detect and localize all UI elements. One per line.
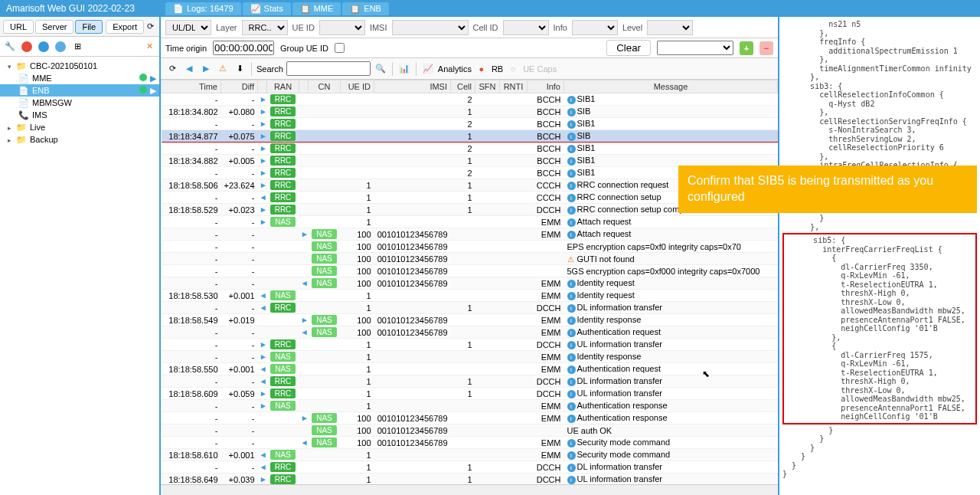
log-row[interactable]: 18:18:58.550+0.001◂NAS1EMMiAuthenticatio… xyxy=(162,363,778,375)
column-header[interactable]: CN xyxy=(309,80,341,93)
log-row[interactable]: --◂RRC11DCCHiDL information transfer xyxy=(162,302,778,314)
column-header[interactable]: Info xyxy=(528,80,564,93)
column-header[interactable] xyxy=(299,80,309,93)
column-header[interactable]: IMSI xyxy=(374,80,451,93)
play-icon[interactable]: ▶ xyxy=(150,74,156,84)
column-header[interactable]: Cell xyxy=(451,80,475,93)
log-row[interactable]: --NAS100001010123456789UE auth OK xyxy=(162,425,778,437)
export-button[interactable]: Export xyxy=(106,20,144,34)
check-icon xyxy=(139,74,147,83)
tool-icon[interactable]: 🔧 xyxy=(3,40,17,54)
log-row[interactable]: --◂NAS100001010123456789EMMiSecurity mod… xyxy=(162,437,778,449)
log-row[interactable]: --NAS100001010123456789EPS encryption ca… xyxy=(162,241,778,253)
expand-icon[interactable]: ▸ xyxy=(6,124,13,131)
log-row[interactable]: --◂NAS100001010123456789EMMiIdentity req… xyxy=(162,277,778,290)
back-icon[interactable]: ◀ xyxy=(182,62,196,76)
forward-icon[interactable]: ▶ xyxy=(199,62,213,76)
analytics-label[interactable]: Analytics xyxy=(438,64,472,74)
log-row[interactable]: 18:18:58.610+0.001◂NAS1EMMiSecurity mode… xyxy=(162,449,778,461)
log-row[interactable]: --▸RRC2BCCHiSIB1 xyxy=(162,93,778,106)
tree-root[interactable]: ▾ 📁 CBC-2021050101 xyxy=(0,60,159,72)
tab-enb[interactable]: 📋ENB xyxy=(342,2,389,15)
log-row[interactable]: --▸NAS100001010123456789EMMiAuthenticati… xyxy=(162,412,778,425)
pause-icon[interactable] xyxy=(37,40,51,54)
rb-label[interactable]: RB xyxy=(492,64,503,74)
time-origin-input[interactable] xyxy=(213,41,274,55)
refresh-icon[interactable]: ⟳ xyxy=(145,20,156,34)
tab-stats[interactable]: 📈Stats xyxy=(243,2,291,15)
play-icon[interactable]: ▶ xyxy=(150,86,156,96)
column-header[interactable] xyxy=(258,80,267,93)
log-row[interactable]: --▸RRC2BCCHiSIB1 xyxy=(162,143,778,155)
imsi-select[interactable] xyxy=(392,20,469,35)
collapse-icon[interactable]: ▾ xyxy=(6,63,13,70)
layer-select[interactable]: RRC.. xyxy=(242,20,288,35)
refresh-icon[interactable]: ⟳ xyxy=(165,62,179,76)
analytics-icon[interactable]: 📈 xyxy=(421,62,435,76)
info-label: Info xyxy=(554,23,567,32)
log-row[interactable]: 18:18:34.877+0.075▸RRC1BCCHiSIB xyxy=(162,130,778,143)
log-row[interactable]: --◂RRC11DCCHiDL information transfer xyxy=(162,461,778,474)
log-row[interactable]: --▸NAS1EMMiAttach request xyxy=(162,216,778,228)
doc-icon: 📄 xyxy=(18,97,29,108)
log-row[interactable]: 18:18:58.609+0.059▸RRC11DCCHiUL informat… xyxy=(162,388,778,400)
log-row[interactable]: --◂RRC11DCCHiDL information transfer xyxy=(162,375,778,388)
log-row[interactable]: --▸NAS100001010123456789EMMiAttach reque… xyxy=(162,228,778,241)
tree-item-ims[interactable]: 📞 IMS xyxy=(0,109,159,121)
column-header[interactable]: SFN xyxy=(475,80,500,93)
rb-icon[interactable]: ● xyxy=(475,62,488,76)
column-header[interactable]: RAN xyxy=(267,80,299,93)
h-scrollbar[interactable] xyxy=(161,484,778,495)
uldl-select[interactable]: UL/DL xyxy=(165,20,211,35)
info-select[interactable] xyxy=(572,20,618,35)
chart-icon[interactable]: 📊 xyxy=(397,62,411,76)
binoculars-icon[interactable]: 🔍 xyxy=(374,62,387,76)
tree-live[interactable]: ▸ 📁 Live xyxy=(0,121,159,133)
clear-button[interactable]: Clear xyxy=(606,40,651,56)
ueid-select[interactable] xyxy=(319,20,365,35)
down-icon[interactable]: ⬇ xyxy=(233,62,247,76)
grid-icon[interactable]: ⊞ xyxy=(70,40,84,54)
expand-icon[interactable]: ▸ xyxy=(6,136,13,143)
tree-backup[interactable]: ▸ 📁 Backup xyxy=(0,133,159,146)
stop-icon[interactable] xyxy=(20,40,34,54)
log-row[interactable]: --▸NAS1EMMiAuthentication response xyxy=(162,400,778,412)
detail-panel[interactable]: ns21 n5 }, freqInfo { additionalSpectrum… xyxy=(779,17,980,495)
log-row[interactable]: --▸RRC11DCCHiUL information transfer xyxy=(162,339,778,351)
url-button[interactable]: URL xyxy=(3,20,34,34)
search-input[interactable] xyxy=(286,61,371,76)
remove-button[interactable]: − xyxy=(760,41,773,55)
log-row[interactable]: 18:18:34.802+0.080▸RRC1BCCHiSIB xyxy=(162,106,778,118)
warning-icon[interactable]: ⚠ xyxy=(216,62,230,76)
column-header[interactable]: Time xyxy=(162,80,221,93)
file-button[interactable]: File xyxy=(75,20,103,34)
tree-item-enb[interactable]: 📄 ENB ▶ xyxy=(0,84,159,97)
log-row[interactable]: 18:18:58.530+0.001◂NAS1EMMiIdentity requ… xyxy=(162,290,778,302)
column-header[interactable]: Message xyxy=(564,80,778,93)
level-select[interactable] xyxy=(647,20,693,35)
column-header[interactable]: RNTI xyxy=(500,80,528,93)
tree-item-mme[interactable]: 📄 MME ▶ xyxy=(0,72,159,84)
log-row[interactable]: --NAS1000010101234567895GS encryption ca… xyxy=(162,265,778,277)
log-row[interactable]: 18:18:58.549+0.019▸NAS100001010123456789… xyxy=(162,314,778,326)
clear-select[interactable] xyxy=(657,41,733,55)
reload-icon[interactable] xyxy=(54,40,67,54)
close-icon[interactable]: ✕ xyxy=(142,40,156,54)
filter-bar: UL/DL Layer RRC.. UE ID IMSI Cell ID Inf… xyxy=(161,17,778,38)
tab-mme[interactable]: 📋MME xyxy=(292,2,341,15)
add-button[interactable]: + xyxy=(740,41,753,55)
log-row[interactable]: 18:18:58.649+0.039▸RRC11DCCHiUL informat… xyxy=(162,474,778,485)
uecaps-icon[interactable]: ○ xyxy=(506,62,520,76)
tree-item-mbmsgw[interactable]: 📄 MBMSGW xyxy=(0,97,159,109)
log-row[interactable]: --▸RRC2BCCHiSIB1 xyxy=(162,118,778,130)
tab-logs[interactable]: 📄Logs: 16479 xyxy=(165,2,241,15)
log-row[interactable]: --◂NAS100001010123456789EMMiAuthenticati… xyxy=(162,326,778,339)
group-ueid-checkbox[interactable] xyxy=(335,43,345,53)
cellid-select[interactable] xyxy=(503,20,549,35)
log-row[interactable]: --NAS100001010123456789⚠GUTI not found xyxy=(162,253,778,265)
server-button[interactable]: Server xyxy=(35,20,74,34)
log-grid[interactable]: TimeDiffRANCNUE IDIMSICellSFNRNTIInfoMes… xyxy=(161,80,778,484)
log-row[interactable]: --▸NAS1EMMiIdentity response xyxy=(162,351,778,363)
column-header[interactable]: UE ID xyxy=(341,80,374,93)
column-header[interactable]: Diff xyxy=(221,80,258,93)
